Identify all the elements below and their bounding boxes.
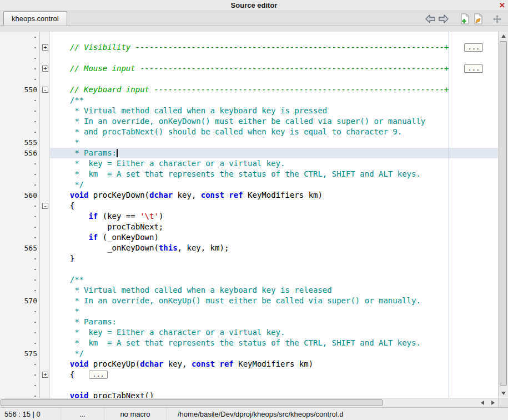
fold-gutter: + bbox=[39, 63, 50, 74]
code-line[interactable]: ·+ // Mouse input ----------------------… bbox=[0, 63, 498, 74]
fold-gutter bbox=[39, 148, 50, 158]
code-line[interactable]: · * and procTabNext() should be called w… bbox=[0, 127, 498, 137]
code-text: // Mouse input -------------------------… bbox=[50, 63, 498, 74]
code-editor[interactable]: ··+ // Visibility ----------------------… bbox=[0, 32, 498, 398]
code-line[interactable]: · procTabNext; bbox=[0, 222, 498, 232]
code-line[interactable]: · /** bbox=[0, 95, 498, 106]
horizontal-scrollbar-thumb[interactable] bbox=[1, 399, 383, 406]
text-caret bbox=[117, 149, 118, 157]
code-text: * Params: bbox=[50, 148, 498, 158]
line-number: · bbox=[0, 211, 39, 222]
line-number: · bbox=[0, 338, 39, 348]
fold-expand-icon[interactable]: + bbox=[42, 44, 48, 51]
code-line[interactable]: · * bbox=[0, 306, 498, 317]
go-back-icon[interactable] bbox=[424, 13, 437, 25]
vertical-scrollbar[interactable] bbox=[498, 32, 508, 398]
code-line[interactable]: · bbox=[0, 264, 498, 274]
scroll-right-icon[interactable] bbox=[488, 398, 498, 407]
fold-gutter bbox=[39, 222, 50, 232]
code-line[interactable]: · bbox=[0, 74, 498, 84]
code-line[interactable]: ·- { bbox=[0, 201, 498, 211]
line-number: · bbox=[0, 232, 39, 243]
code-text: /** bbox=[50, 95, 498, 106]
fold-expand-icon[interactable]: + bbox=[42, 66, 48, 72]
fold-gutter bbox=[39, 116, 50, 127]
file-path: /home/basile/Dev/dproj/kheops/src/kheops… bbox=[167, 408, 508, 420]
scroll-down-icon[interactable] bbox=[499, 389, 508, 398]
line-number: · bbox=[0, 158, 39, 169]
fold-gutter: + bbox=[39, 369, 50, 380]
horizontal-scrollbar[interactable] bbox=[0, 398, 498, 407]
code-text: * bbox=[50, 306, 498, 317]
code-line[interactable]: · * Virtual method called when a keyboar… bbox=[0, 285, 498, 296]
fold-gutter bbox=[39, 158, 50, 169]
code-line[interactable]: · bbox=[0, 380, 498, 391]
close-icon[interactable]: ✕ bbox=[499, 1, 505, 11]
fold-gutter bbox=[39, 317, 50, 327]
code-line[interactable]: 570 * In an override, onKeyUp() must eit… bbox=[0, 296, 498, 306]
fold-gutter bbox=[39, 232, 50, 243]
line-number: · bbox=[0, 306, 39, 317]
fold-gutter bbox=[39, 137, 50, 148]
code-line[interactable]: · if (_onKeyDown) bbox=[0, 232, 498, 243]
code-line[interactable]: · void procTabNext() bbox=[0, 391, 498, 398]
code-line[interactable]: · * km = A set that represents the statu… bbox=[0, 169, 498, 179]
code-line[interactable]: · * In an override, onKeyDown() must eit… bbox=[0, 116, 498, 127]
line-number: · bbox=[0, 359, 39, 369]
folded-code-icon[interactable]: ... bbox=[89, 371, 108, 379]
window-title: Source editor bbox=[231, 1, 278, 9]
code-line[interactable]: · /** bbox=[0, 274, 498, 285]
detach-icon[interactable] bbox=[490, 13, 504, 25]
line-number: · bbox=[0, 380, 39, 391]
code-line[interactable]: 565 _onKeyDown(this, key, km); bbox=[0, 243, 498, 253]
code-line[interactable]: · * key = Either a character or a virtua… bbox=[0, 327, 498, 338]
code-line[interactable]: · * key = Either a character or a virtua… bbox=[0, 158, 498, 169]
fold-gutter bbox=[39, 380, 50, 391]
code-line[interactable]: ·+ // Visibility -----------------------… bbox=[0, 42, 498, 53]
line-number: · bbox=[0, 285, 39, 296]
doc-edit-icon[interactable] bbox=[471, 13, 485, 25]
folded-code-icon[interactable]: ... bbox=[464, 64, 483, 73]
folded-code-icon[interactable]: ... bbox=[464, 43, 483, 52]
code-line[interactable]: 560 void procKeyDown(dchar key, const re… bbox=[0, 190, 498, 201]
code-text: * km = A set that represents the status … bbox=[50, 169, 498, 179]
code-line[interactable]: 555 * bbox=[0, 137, 498, 148]
fold-gutter bbox=[39, 274, 50, 285]
scrollbar-corner bbox=[498, 398, 508, 407]
tab-kheops-control[interactable]: kheops.control bbox=[3, 11, 67, 26]
fold-gutter bbox=[39, 53, 50, 63]
fold-collapse-icon[interactable]: - bbox=[42, 203, 48, 209]
code-text: */ bbox=[50, 179, 498, 190]
code-line[interactable]: · void procKeyUp(dchar key, const ref Ke… bbox=[0, 359, 498, 369]
fold-collapse-icon[interactable]: - bbox=[42, 87, 48, 93]
code-line[interactable]: · * Params: bbox=[0, 317, 498, 327]
scroll-up-icon[interactable] bbox=[499, 32, 508, 41]
go-forward-icon[interactable] bbox=[437, 13, 450, 25]
line-number: · bbox=[0, 63, 39, 74]
code-line[interactable]: · bbox=[0, 53, 498, 63]
fold-gutter: - bbox=[39, 84, 50, 95]
code-line[interactable]: ·+ {... bbox=[0, 369, 498, 380]
code-line[interactable]: · bbox=[0, 32, 498, 42]
fold-gutter bbox=[39, 211, 50, 222]
code-text: * key = Either a character or a virtual … bbox=[50, 327, 498, 338]
code-line[interactable]: · * Virtual method called when a keyboar… bbox=[0, 106, 498, 116]
code-text: { bbox=[50, 201, 498, 211]
code-line[interactable]: · */ bbox=[0, 179, 498, 190]
code-line-current[interactable]: 556 * Params: bbox=[0, 148, 498, 158]
line-number: · bbox=[0, 169, 39, 179]
code-line[interactable]: · * km = A set that represents the statu… bbox=[0, 338, 498, 348]
code-line[interactable]: 550- // Keyboard input -----------------… bbox=[0, 84, 498, 95]
code-line[interactable]: · if (key == '\t') bbox=[0, 211, 498, 222]
code-line[interactable]: 575 */ bbox=[0, 348, 498, 359]
fold-expand-icon[interactable]: + bbox=[42, 372, 48, 378]
status-center: ... bbox=[61, 408, 104, 420]
vertical-scrollbar-thumb[interactable] bbox=[500, 41, 507, 386]
doc-add-icon[interactable] bbox=[458, 13, 471, 25]
tab-label: kheops.control bbox=[12, 14, 59, 23]
titlebar: Source editor ✕ bbox=[0, 0, 508, 11]
code-line[interactable]: · } bbox=[0, 253, 498, 264]
scroll-left-icon[interactable] bbox=[478, 398, 488, 407]
fold-gutter bbox=[39, 285, 50, 296]
code-text: * km = A set that represents the status … bbox=[50, 338, 498, 348]
